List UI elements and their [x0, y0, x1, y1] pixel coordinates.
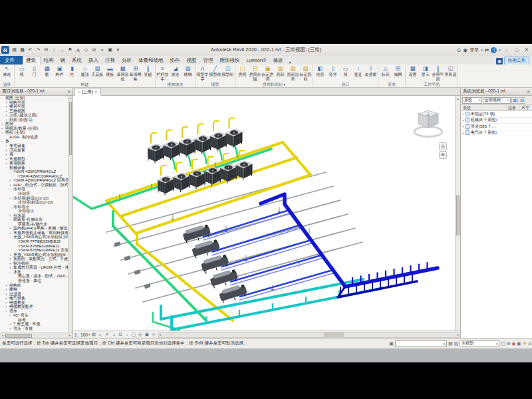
print-icon[interactable]: ⊟ — [43, 47, 50, 54]
help-icon[interactable]: ? — [491, 47, 497, 53]
autofit-columns-icon[interactable]: ▦ — [511, 97, 518, 104]
scrollbar-thumb[interactable] — [69, 102, 72, 155]
crop-region-icon[interactable]: ▫ — [124, 332, 130, 338]
cooling-towers[interactable] — [148, 129, 253, 196]
thin-lines-icon[interactable]: ≡ — [98, 47, 106, 54]
ribbon-button[interactable]: ∥参照平面 — [432, 65, 444, 81]
ribbon-button[interactable]: ↕垂直 — [352, 65, 364, 81]
scale-caret-icon[interactable]: ▾ — [88, 332, 90, 336]
ribbon-button[interactable]: ⊞轴网 — [392, 65, 404, 81]
steering-wheel-icon[interactable]: ◎ — [439, 142, 447, 150]
design-option-select[interactable]: 主模型▾ — [460, 340, 499, 347]
ribbon-button[interactable]: ⌂屋顶 — [78, 65, 91, 81]
project-browser-vertical-scrollbar[interactable]: ▴ — [68, 96, 72, 332]
visual-style-icon[interactable]: ◐ — [97, 332, 103, 338]
ribbon-tab[interactable]: 建筑 — [23, 56, 41, 65]
scroll-left-icon[interactable]: ◂ — [159, 332, 160, 338]
system-browser-title-bar[interactable]: 系统浏览器 - 020-1.rvt ✕ — [461, 88, 532, 96]
unlock-3d-view-icon[interactable]: ◇ — [150, 332, 156, 338]
ribbon-button[interactable]: ▤标记面积 — [299, 65, 312, 81]
ribbon-button[interactable]: ▯门 — [28, 65, 41, 81]
scroll-left-icon[interactable]: ◂ — [0, 333, 5, 338]
shadows-icon[interactable]: ◑ — [110, 332, 116, 338]
ribbon-button[interactable]: ▢房间 — [236, 65, 249, 81]
selection-filter-icon[interactable]: ▼ — [523, 341, 527, 346]
ribbon-button[interactable]: ▥面积 — [274, 65, 287, 81]
view-by-select[interactable]: 系统▾ — [462, 97, 482, 104]
ribbon-state-toggle-icon[interactable]: ▾ — [287, 60, 294, 65]
ribbon-tab[interactable]: 分析 — [118, 56, 135, 65]
system-browser-close-icon[interactable]: ✕ — [527, 89, 530, 94]
ribbon-tab[interactable]: 附加模块 — [217, 56, 243, 65]
ribbon-button[interactable]: ↖修改 — [1, 65, 13, 81]
select-underlay-icon[interactable]: ◆ — [512, 341, 515, 346]
close-button[interactable]: ✕ — [523, 46, 531, 54]
account-icon[interactable]: ◉ — [463, 47, 467, 53]
model-view[interactable]: 上 ◎ ⊕ — [73, 96, 455, 331]
sun-path-icon[interactable]: ☀ — [104, 332, 110, 338]
ribbon-button[interactable]: ∥竖梃 — [142, 65, 154, 81]
reveal-hidden-icon[interactable]: ◎ — [137, 332, 143, 338]
drag-on-selection-icon[interactable]: ▣ — [517, 341, 521, 346]
select-links-icon[interactable]: ⊞ — [507, 341, 511, 346]
ribbon-tab[interactable]: 修改 — [270, 56, 287, 65]
file-tab[interactable]: 文件▾ — [0, 56, 23, 65]
system-row[interactable]: 管道(585 个… — [461, 124, 532, 130]
default-3d-view-icon[interactable]: ◇ — [82, 47, 90, 54]
ribbon-tab[interactable]: 体量和场地 — [135, 56, 167, 65]
ribbon-button[interactable]: ▮柱 — [66, 65, 78, 81]
ribbon-button[interactable]: ╱模型线 — [209, 65, 221, 81]
expand-toggle-icon[interactable] — [461, 112, 466, 116]
ribbon-tab[interactable]: 视图 — [184, 56, 200, 65]
view-tab-close-icon[interactable]: ✕ — [94, 90, 98, 94]
ribbon-tab[interactable]: 结构 — [41, 56, 57, 65]
minimize-button[interactable]: – — [503, 46, 511, 54]
app-store-icon[interactable]: ⇄ — [485, 47, 489, 53]
expand-toggle-icon[interactable] — [461, 118, 466, 122]
project-browser-close-icon[interactable]: ✕ — [67, 89, 70, 94]
ribbon-button[interactable]: ◊老虎窗 — [364, 65, 377, 81]
editable-only-icon[interactable]: ◫ — [501, 341, 505, 346]
aligned-dimension-icon[interactable]: ↔ — [59, 47, 66, 54]
ribbon-button[interactable]: ⊟房间分隔 — [249, 65, 261, 81]
editing-requests-icon[interactable]: ▥ — [454, 341, 459, 346]
scroll-up-icon[interactable]: ▴ — [456, 96, 460, 101]
tag-icon[interactable]: ⚑ — [66, 47, 74, 54]
ribbon-tab[interactable]: 协作 — [167, 56, 184, 65]
sign-in-label[interactable]: 登录 — [469, 47, 479, 53]
ribbon-button[interactable]: ◱查看器 — [444, 65, 457, 81]
canvas-horizontal-scrollbar[interactable]: ◂ ▸ — [158, 332, 460, 338]
plugin-icon[interactable]: ▣ — [496, 58, 503, 65]
scrollbar-thumb[interactable] — [324, 332, 344, 337]
ribbon-button[interactable]: ⊞幕墙网格 — [129, 65, 142, 81]
view-tab-3d[interactable]: ⌂ {三维} ✕ — [74, 88, 101, 96]
ribbon-tab[interactable]: 管理 — [200, 56, 217, 65]
restore-button[interactable]: □ — [513, 46, 521, 54]
hide-elements-icon[interactable]: ◯ — [130, 332, 136, 338]
ribbon-button[interactable]: ▯竖井 — [327, 65, 339, 81]
redo-icon[interactable]: ↷ — [35, 47, 42, 54]
ribbon-button[interactable]: ◢坡道 — [169, 65, 182, 81]
ribbon-button[interactable]: ◫模型组 — [221, 65, 234, 81]
open-icon[interactable]: ▤ — [11, 47, 18, 54]
ribbon-button[interactable]: ▧面积边界 — [287, 65, 299, 81]
viewcube[interactable]: 上 — [411, 105, 446, 140]
scroll-right-icon[interactable]: ▸ — [67, 333, 72, 338]
3d-model[interactable] — [73, 96, 455, 331]
search-icon[interactable]: ⊙ — [457, 47, 462, 53]
ribbon-tab[interactable]: Lumion® — [243, 56, 270, 65]
scrollbar-thumb[interactable] — [456, 196, 460, 235]
section-icon[interactable]: ⊘ — [90, 47, 98, 54]
customize-qat-icon[interactable]: ▾ — [114, 47, 122, 54]
ribbon-button[interactable]: ▭墙 — [339, 65, 352, 81]
detail-level-icon[interactable]: ▤ — [90, 332, 96, 338]
zoom-icon[interactable]: ⊕ — [439, 151, 447, 159]
canvas-vertical-scrollbar[interactable]: ▴ — [455, 96, 460, 331]
ribbon-button[interactable]: △标高 — [379, 65, 392, 81]
ribbon-button[interactable]: ◨显示 — [419, 65, 432, 81]
project-browser-horizontal-scrollbar[interactable]: ◂ ▸ — [0, 332, 72, 338]
revit-logo-icon[interactable]: R — [1, 46, 9, 54]
sign-in-caret-icon[interactable]: ▾ — [481, 48, 483, 52]
system-row[interactable]: 未指定(74 项) — [461, 111, 532, 118]
expand-toggle-icon[interactable] — [461, 131, 466, 135]
